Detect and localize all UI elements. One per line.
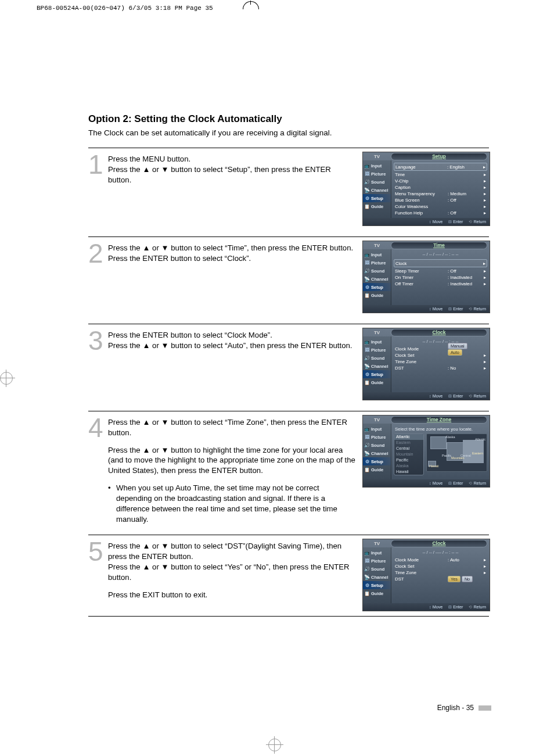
osd-title: Time Zone [391, 416, 487, 424]
down-arrow-icon: ▼ [161, 562, 169, 571]
osd-side-icon: 📋 [364, 590, 370, 596]
osd-side-tab-sound: 🔊Sound [363, 354, 391, 362]
osd-screenshot-time: TV Time 📺Input🖼Picture🔊Sound📡Channel⚙Set… [362, 241, 489, 313]
map-label: Atlantic [475, 438, 485, 441]
osd-side-icon: 📡 [364, 450, 370, 456]
osd-option: Auto [448, 349, 462, 356]
osd-title: Clock [391, 540, 487, 547]
step-text: Press the ▲ or ▼ button to select “DST”(… [108, 539, 362, 607]
osd-menu-row: DST: No▸ [394, 365, 487, 371]
osd-side-tab-channel: 📡Channel [363, 449, 391, 457]
osd-side-icon: 📡 [364, 276, 370, 282]
registration-mark-left [0, 372, 17, 389]
osd-date-placeholder: -- / -- / ---- / -- : -- -- [394, 251, 487, 259]
osd-side-icon: 📺 [364, 252, 370, 257]
osd-side-tab-setup: ⚙Setup [363, 283, 391, 291]
step-number: 4 [88, 415, 108, 439]
osd-side-icon: 🖼 [364, 171, 370, 177]
text: Press the MENU button. [108, 155, 190, 163]
step-number: 2 [88, 241, 108, 265]
text: Press the ENTER button to select “Clock … [108, 331, 272, 339]
osd-hint-enter: ⊟ Enter [448, 604, 463, 610]
osd-menu-row: Clock Set▸ [394, 563, 487, 569]
text: Press the [108, 562, 142, 571]
osd-side-icon: ⚙ [364, 458, 370, 464]
osd-side-tab-picture: 🖼Picture [363, 259, 391, 267]
osd-side-tab-channel: 📡Channel [363, 573, 391, 581]
osd-side-icon: 🔊 [364, 566, 370, 572]
osd-side-icon: ⚙ [364, 284, 370, 290]
map-label: Eastern [472, 452, 483, 455]
osd-side-icon: ⚙ [364, 371, 370, 377]
osd-side-icon: 📺 [364, 339, 370, 345]
osd-side-tab-channel: 📡Channel [363, 275, 391, 283]
step-text: Press the ▲ or ▼ button to select “Time … [108, 415, 362, 524]
osd-side-tab-input: 📺Input [363, 162, 391, 170]
down-arrow-icon: ▼ [161, 542, 169, 550]
text: Press the [108, 542, 142, 550]
osd-hint-return: ⟲ Return [469, 219, 486, 224]
text: or [150, 562, 161, 571]
osd-option: Manual [448, 343, 467, 349]
osd-hint-enter: ⊟ Enter [448, 481, 463, 486]
osd-side-tab-input: 📺Input [363, 250, 391, 259]
text: Press the [108, 243, 142, 252]
osd-side-tab-guide: 📋Guide [363, 378, 391, 386]
osd-side-tab-setup: ⚙Setup [363, 457, 391, 465]
osd-side-icon: 🔊 [364, 179, 370, 185]
osd-hint-move: ↕ Move [429, 481, 443, 486]
map-label: Alaska [445, 435, 455, 439]
map-label: Pacific [442, 454, 451, 457]
osd-tv-label: TV [363, 417, 391, 422]
osd-side-tab-input: 📺Input [363, 549, 391, 557]
osd-side-icon: 🖼 [364, 434, 370, 440]
osd-hint-enter: ⊟ Enter [448, 219, 463, 224]
osd-hint-move: ↕ Move [429, 393, 443, 399]
step-text: Press the ▲ or ▼ button to select “Time”… [108, 241, 362, 271]
osd-option: Yes [448, 576, 461, 582]
text: or [150, 446, 161, 454]
osd-side-tab-sound: 🔊Sound [363, 267, 391, 275]
osd-side-tab-picture: 🖼Picture [363, 557, 391, 565]
step-text: Press the ENTER button to select “Clock … [108, 328, 362, 358]
osd-timezone-item: Atlantic [394, 434, 423, 440]
osd-side-icon: 🖼 [364, 260, 370, 266]
step-2: 2 Press the ▲ or ▼ button to select “Tim… [88, 237, 489, 324]
text: or [150, 243, 161, 252]
osd-menu-row: Time Zone▸ [394, 359, 487, 365]
osd-side-icon: ⚙ [364, 195, 370, 201]
map-label: Central [461, 454, 471, 457]
osd-side-icon: 🔊 [364, 442, 370, 448]
up-arrow-icon: ▲ [142, 446, 150, 454]
osd-side-icon: 🖼 [364, 347, 370, 353]
text: Press the [108, 341, 142, 350]
osd-menu-row: Clock▸ [394, 259, 487, 267]
osd-menu-row: Clock ModeManual Auto [394, 346, 487, 352]
text: button to select “Time”, then press the … [169, 243, 354, 252]
section-heading: Option 2: Setting the Clock Automaticall… [88, 113, 489, 125]
osd-menu-row: Clock Mode: Auto▸ [394, 557, 487, 563]
osd-timezone-item: Alaska [394, 463, 423, 469]
osd-menu-row: Language: English▸ [394, 163, 487, 171]
osd-side-icon: 📺 [364, 550, 370, 556]
osd-side-icon: 📺 [364, 163, 370, 169]
osd-tv-label: TV [363, 243, 391, 248]
osd-title: Setup [391, 153, 487, 160]
osd-menu-row: On Timer: Inactivated▸ [394, 274, 487, 281]
osd-menu-row: Time Zone▸ [394, 569, 487, 576]
up-arrow-icon: ▲ [142, 243, 150, 252]
step-number: 5 [88, 539, 108, 563]
step-4: 4 Press the ▲ or ▼ button to select “Tim… [88, 411, 489, 535]
down-arrow-icon: ▼ [161, 243, 169, 252]
osd-menu-row: Function Help: Off▸ [394, 210, 487, 216]
osd-side-icon: 📋 [364, 467, 370, 472]
osd-side-icon: 📡 [364, 363, 370, 369]
osd-hint-move: ↕ Move [429, 604, 443, 610]
osd-tv-label: TV [363, 330, 391, 335]
osd-timezone-list: AtlanticEasternCentralMountainPacificAla… [394, 433, 424, 475]
osd-side-tab-picture: 🖼Picture [363, 346, 391, 354]
osd-menu-row: Caption▸ [394, 184, 487, 191]
up-arrow-icon: ▲ [142, 165, 150, 174]
step-number: 1 [88, 152, 108, 176]
osd-side-tab-sound: 🔊Sound [363, 441, 391, 449]
